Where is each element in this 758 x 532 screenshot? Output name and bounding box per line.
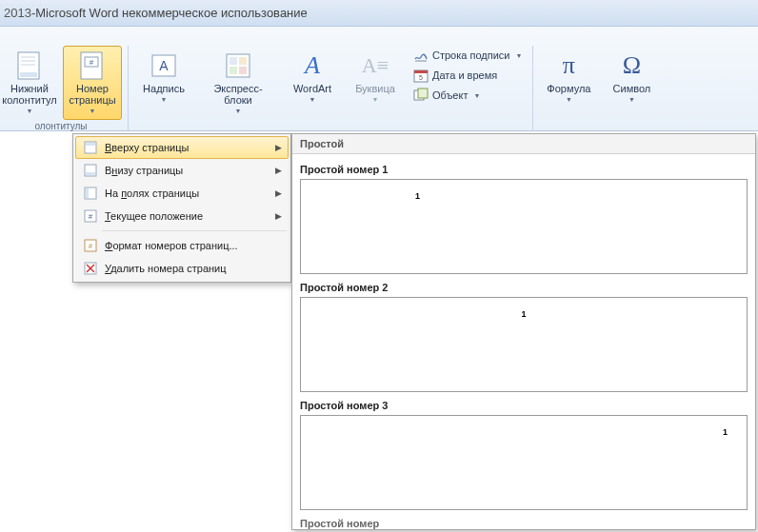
- menu-item-icon: [80, 140, 101, 155]
- dropcap-icon: A≡: [360, 50, 390, 81]
- chevron-down-icon: ▼: [309, 94, 316, 106]
- menu-item-label: Формат номеров страниц...: [101, 240, 269, 251]
- chevron-down-icon: ▼: [515, 52, 522, 59]
- symbol-button[interactable]: Ω Символ▼: [602, 46, 661, 108]
- wordart-button[interactable]: A WordArt▼: [283, 46, 342, 108]
- footer-icon: [14, 50, 45, 81]
- menu-item-label: Внизу страницы: [101, 165, 269, 176]
- page-number-gallery: Простой Простой номер 11Простой номер 21…: [291, 133, 756, 530]
- submenu-arrow-icon: ▶: [275, 211, 282, 221]
- gallery-section-header: Простой: [292, 134, 755, 154]
- svg-text:#: #: [89, 212, 93, 221]
- svg-rect-26: [86, 188, 89, 198]
- wordart-icon: A: [297, 50, 328, 81]
- group-label-symbols: [539, 118, 661, 131]
- menu-item[interactable]: #Формат номеров страниц...: [75, 234, 289, 257]
- quickparts-icon: [223, 50, 253, 81]
- footer-label: Нижний колонтитул ▼: [2, 81, 57, 119]
- svg-rect-17: [414, 70, 428, 73]
- dropcap-button[interactable]: A≡ Буквица▼: [346, 46, 405, 108]
- submenu-arrow-icon: ▶: [275, 166, 282, 175]
- menu-item-icon: #: [80, 208, 101, 224]
- menu-item[interactable]: На полях страницы▶: [75, 182, 289, 205]
- menu-item-label: На полях страницы: [101, 187, 269, 199]
- svg-rect-14: [239, 67, 247, 74]
- chevron-down-icon: ▼: [473, 92, 480, 99]
- page-number-button[interactable]: # Номер страницы ▼: [63, 46, 122, 120]
- svg-text:#: #: [89, 242, 93, 250]
- svg-rect-12: [239, 57, 247, 65]
- menu-item[interactable]: Внизу страницы▶: [75, 159, 289, 182]
- svg-text:5: 5: [419, 74, 423, 81]
- menu-item-label: Удалить номера страниц: [101, 263, 269, 274]
- chevron-down-icon: ▼: [161, 94, 168, 106]
- chevron-down-icon: ▼: [235, 106, 242, 117]
- date-time-button[interactable]: 5 Дата и время: [409, 66, 527, 85]
- menu-item[interactable]: Вверху страницы▶: [75, 136, 289, 159]
- equation-button[interactable]: π Формула▼: [539, 46, 598, 108]
- svg-text:#: #: [90, 58, 94, 67]
- textbox-icon: A: [149, 50, 179, 81]
- menu-item-label: Вверху страницы: [101, 142, 269, 153]
- menu-item-label: Текущее положение: [101, 210, 269, 222]
- submenu-arrow-icon: ▶: [275, 188, 282, 198]
- title-bar: 2013 - Microsoft Word некоммерческое исп…: [0, 0, 758, 27]
- menu-item-icon: [80, 163, 101, 178]
- page-number-icon: #: [77, 50, 108, 81]
- gallery-item-title: Простой номер 3: [300, 400, 748, 411]
- gallery-item-preview[interactable]: 1: [300, 179, 748, 274]
- svg-rect-13: [229, 67, 237, 74]
- svg-rect-24: [86, 172, 95, 175]
- app-name: Microsoft Word некоммерческое использова…: [35, 6, 308, 20]
- group-label-headerfooter: олонтитулы: [0, 120, 122, 133]
- page-number-label: Номер страницы ▼: [69, 81, 115, 119]
- menu-item[interactable]: #Текущее положение▶: [75, 205, 289, 227]
- ribbon: Нижний колонтитул ▼ # Номер страницы ▼ о…: [0, 27, 758, 131]
- gallery-item-title: Простой номер 2: [300, 282, 748, 293]
- document-name: 2013: [4, 6, 31, 20]
- menu-separator: [102, 230, 287, 231]
- menu-item-icon: [80, 186, 101, 201]
- chevron-down-icon: ▼: [372, 94, 379, 106]
- gallery-item-title: Простой номер 1: [300, 164, 748, 175]
- gallery-item-preview[interactable]: 1: [300, 297, 748, 392]
- group-label-text: [134, 120, 527, 133]
- signature-icon: [413, 48, 429, 63]
- chevron-down-icon: ▼: [566, 94, 572, 106]
- svg-rect-20: [418, 89, 428, 98]
- preview-page-number: 1: [521, 309, 526, 319]
- textbox-button[interactable]: A Надпись▼: [134, 46, 193, 108]
- calendar-icon: 5: [413, 68, 429, 83]
- pi-icon: π: [553, 50, 584, 81]
- object-button[interactable]: Объект▼: [409, 86, 527, 105]
- footer-button[interactable]: Нижний колонтитул ▼: [0, 46, 59, 120]
- signature-line-button[interactable]: Строка подписи▼: [409, 46, 527, 65]
- preview-page-number: 1: [723, 427, 728, 437]
- chevron-down-icon: ▼: [628, 94, 635, 106]
- submenu-arrow-icon: ▶: [275, 143, 282, 152]
- svg-rect-1: [20, 72, 37, 77]
- object-icon: [413, 88, 429, 103]
- chevron-down-icon: ▼: [27, 106, 33, 117]
- svg-rect-22: [86, 143, 95, 146]
- menu-item-icon: #: [80, 238, 101, 253]
- omega-icon: Ω: [616, 50, 647, 81]
- menu-item[interactable]: Удалить номера страниц: [75, 257, 289, 280]
- menu-item-icon: [80, 261, 101, 276]
- svg-rect-11: [229, 57, 237, 65]
- gallery-item-preview[interactable]: 1: [300, 415, 748, 510]
- chevron-down-icon: ▼: [90, 106, 96, 117]
- quickparts-button[interactable]: Экспресс-блоки▼: [197, 46, 279, 120]
- gallery-item-title: Простой номер: [300, 518, 748, 529]
- svg-text:A: A: [159, 58, 169, 73]
- page-number-menu: Вверху страницы▶Внизу страницы▶На полях …: [72, 133, 291, 283]
- preview-page-number: 1: [415, 191, 420, 201]
